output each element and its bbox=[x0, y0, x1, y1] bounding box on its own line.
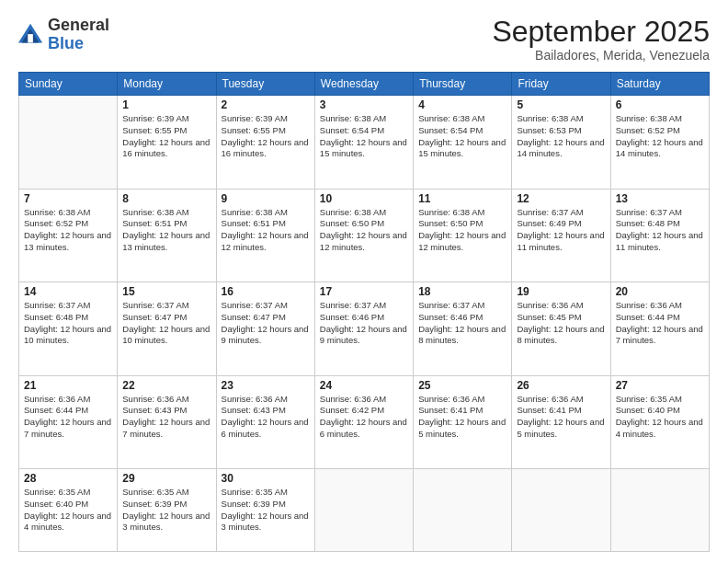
day-number: 27 bbox=[616, 379, 704, 392]
logo-general: General bbox=[48, 16, 109, 34]
calendar-cell bbox=[19, 96, 118, 190]
calendar-cell: 4Sunrise: 6:38 AMSunset: 6:54 PMDaylight… bbox=[414, 96, 512, 190]
month-title: September 2025 bbox=[492, 17, 710, 46]
day-info: Sunrise: 6:38 AMSunset: 6:54 PMDaylight:… bbox=[418, 113, 506, 160]
day-number: 1 bbox=[122, 98, 210, 111]
logo-text: General Blue bbox=[48, 17, 109, 53]
calendar-cell: 19Sunrise: 6:36 AMSunset: 6:45 PMDayligh… bbox=[512, 282, 610, 376]
calendar-cell: 10Sunrise: 6:38 AMSunset: 6:50 PMDayligh… bbox=[314, 189, 413, 282]
header: General Blue September 2025 Bailadores, … bbox=[18, 17, 710, 63]
day-info: Sunrise: 6:36 AMSunset: 6:45 PMDaylight:… bbox=[517, 300, 605, 347]
day-number: 20 bbox=[616, 285, 704, 298]
weekday-header-sunday: Sunday bbox=[19, 73, 118, 96]
calendar-cell: 22Sunrise: 6:36 AMSunset: 6:43 PMDayligh… bbox=[118, 375, 216, 469]
day-number: 12 bbox=[517, 192, 605, 205]
day-info: Sunrise: 6:35 AMSunset: 6:40 PMDaylight:… bbox=[616, 394, 704, 441]
calendar-cell: 24Sunrise: 6:36 AMSunset: 6:42 PMDayligh… bbox=[314, 375, 413, 469]
page: General Blue September 2025 Bailadores, … bbox=[0, 0, 728, 563]
day-number: 24 bbox=[320, 379, 408, 392]
day-info: Sunrise: 6:37 AMSunset: 6:46 PMDaylight:… bbox=[418, 300, 506, 347]
day-info: Sunrise: 6:36 AMSunset: 6:41 PMDaylight:… bbox=[418, 394, 506, 441]
day-number: 25 bbox=[418, 379, 506, 392]
calendar-cell: 29Sunrise: 6:35 AMSunset: 6:39 PMDayligh… bbox=[118, 469, 216, 552]
day-info: Sunrise: 6:37 AMSunset: 6:47 PMDaylight:… bbox=[122, 300, 210, 347]
weekday-header-thursday: Thursday bbox=[414, 73, 512, 96]
day-info: Sunrise: 6:36 AMSunset: 6:43 PMDaylight:… bbox=[222, 394, 310, 441]
calendar-cell: 2Sunrise: 6:39 AMSunset: 6:55 PMDaylight… bbox=[216, 96, 314, 190]
day-number: 21 bbox=[24, 379, 112, 392]
week-row-3: 14Sunrise: 6:37 AMSunset: 6:48 PMDayligh… bbox=[19, 282, 710, 376]
calendar-cell: 8Sunrise: 6:38 AMSunset: 6:51 PMDaylight… bbox=[118, 189, 216, 282]
calendar-cell: 18Sunrise: 6:37 AMSunset: 6:46 PMDayligh… bbox=[414, 282, 512, 376]
calendar-cell: 13Sunrise: 6:37 AMSunset: 6:48 PMDayligh… bbox=[610, 189, 709, 282]
day-number: 4 bbox=[418, 98, 506, 111]
calendar-cell: 14Sunrise: 6:37 AMSunset: 6:48 PMDayligh… bbox=[19, 282, 118, 376]
weekday-header-saturday: Saturday bbox=[610, 73, 709, 96]
calendar-cell bbox=[610, 469, 709, 552]
day-info: Sunrise: 6:38 AMSunset: 6:52 PMDaylight:… bbox=[616, 113, 704, 160]
calendar-cell: 16Sunrise: 6:37 AMSunset: 6:47 PMDayligh… bbox=[216, 282, 314, 376]
day-info: Sunrise: 6:36 AMSunset: 6:43 PMDaylight:… bbox=[122, 394, 210, 441]
day-info: Sunrise: 6:35 AMSunset: 6:40 PMDaylight:… bbox=[24, 487, 112, 534]
day-number: 6 bbox=[616, 98, 704, 111]
day-info: Sunrise: 6:38 AMSunset: 6:54 PMDaylight:… bbox=[320, 113, 408, 160]
calendar-cell: 11Sunrise: 6:38 AMSunset: 6:50 PMDayligh… bbox=[414, 189, 512, 282]
calendar-cell: 21Sunrise: 6:36 AMSunset: 6:44 PMDayligh… bbox=[19, 375, 118, 469]
day-number: 26 bbox=[517, 379, 605, 392]
weekday-header-row: SundayMondayTuesdayWednesdayThursdayFrid… bbox=[19, 73, 710, 96]
weekday-header-wednesday: Wednesday bbox=[314, 73, 413, 96]
day-number: 23 bbox=[222, 379, 310, 392]
day-info: Sunrise: 6:38 AMSunset: 6:52 PMDaylight:… bbox=[24, 207, 112, 254]
day-info: Sunrise: 6:35 AMSunset: 6:39 PMDaylight:… bbox=[122, 487, 210, 534]
day-number: 30 bbox=[222, 472, 310, 485]
location-subtitle: Bailadores, Merida, Venezuela bbox=[492, 48, 710, 63]
day-number: 22 bbox=[122, 379, 210, 392]
logo: General Blue bbox=[18, 17, 109, 53]
day-number: 19 bbox=[517, 285, 605, 298]
day-info: Sunrise: 6:36 AMSunset: 6:44 PMDaylight:… bbox=[616, 300, 704, 347]
day-number: 2 bbox=[222, 98, 310, 111]
day-info: Sunrise: 6:37 AMSunset: 6:49 PMDaylight:… bbox=[517, 207, 605, 254]
calendar-cell bbox=[314, 469, 413, 552]
day-number: 17 bbox=[320, 285, 408, 298]
title-section: September 2025 Bailadores, Merida, Venez… bbox=[492, 17, 710, 63]
svg-rect-2 bbox=[28, 34, 33, 42]
calendar-cell bbox=[512, 469, 610, 552]
calendar-cell: 30Sunrise: 6:35 AMSunset: 6:39 PMDayligh… bbox=[216, 469, 314, 552]
day-info: Sunrise: 6:35 AMSunset: 6:39 PMDaylight:… bbox=[222, 487, 310, 534]
calendar-cell: 12Sunrise: 6:37 AMSunset: 6:49 PMDayligh… bbox=[512, 189, 610, 282]
day-info: Sunrise: 6:37 AMSunset: 6:48 PMDaylight:… bbox=[24, 300, 112, 347]
calendar-cell: 9Sunrise: 6:38 AMSunset: 6:51 PMDaylight… bbox=[216, 189, 314, 282]
calendar-cell: 6Sunrise: 6:38 AMSunset: 6:52 PMDaylight… bbox=[610, 96, 709, 190]
day-info: Sunrise: 6:39 AMSunset: 6:55 PMDaylight:… bbox=[122, 113, 210, 160]
calendar-cell: 5Sunrise: 6:38 AMSunset: 6:53 PMDaylight… bbox=[512, 96, 610, 190]
day-number: 28 bbox=[24, 472, 112, 485]
logo-blue: Blue bbox=[48, 34, 84, 52]
day-number: 3 bbox=[320, 98, 408, 111]
day-info: Sunrise: 6:38 AMSunset: 6:53 PMDaylight:… bbox=[517, 113, 605, 160]
day-info: Sunrise: 6:37 AMSunset: 6:47 PMDaylight:… bbox=[222, 300, 310, 347]
calendar-cell: 27Sunrise: 6:35 AMSunset: 6:40 PMDayligh… bbox=[610, 375, 709, 469]
day-info: Sunrise: 6:37 AMSunset: 6:46 PMDaylight:… bbox=[320, 300, 408, 347]
calendar-cell: 26Sunrise: 6:36 AMSunset: 6:41 PMDayligh… bbox=[512, 375, 610, 469]
calendar-cell: 28Sunrise: 6:35 AMSunset: 6:40 PMDayligh… bbox=[19, 469, 118, 552]
weekday-header-tuesday: Tuesday bbox=[216, 73, 314, 96]
day-info: Sunrise: 6:36 AMSunset: 6:44 PMDaylight:… bbox=[24, 394, 112, 441]
logo-icon bbox=[18, 22, 44, 48]
day-number: 16 bbox=[222, 285, 310, 298]
day-info: Sunrise: 6:38 AMSunset: 6:51 PMDaylight:… bbox=[222, 207, 310, 254]
day-number: 18 bbox=[418, 285, 506, 298]
day-info: Sunrise: 6:39 AMSunset: 6:55 PMDaylight:… bbox=[222, 113, 310, 160]
day-number: 29 bbox=[122, 472, 210, 485]
day-info: Sunrise: 6:36 AMSunset: 6:41 PMDaylight:… bbox=[517, 394, 605, 441]
weekday-header-monday: Monday bbox=[118, 73, 216, 96]
calendar-table: SundayMondayTuesdayWednesdayThursdayFrid… bbox=[18, 72, 710, 552]
day-number: 10 bbox=[320, 192, 408, 205]
calendar-cell bbox=[414, 469, 512, 552]
week-row-5: 28Sunrise: 6:35 AMSunset: 6:40 PMDayligh… bbox=[19, 469, 710, 552]
calendar-cell: 7Sunrise: 6:38 AMSunset: 6:52 PMDaylight… bbox=[19, 189, 118, 282]
weekday-header-friday: Friday bbox=[512, 73, 610, 96]
week-row-1: 1Sunrise: 6:39 AMSunset: 6:55 PMDaylight… bbox=[19, 96, 710, 190]
week-row-2: 7Sunrise: 6:38 AMSunset: 6:52 PMDaylight… bbox=[19, 189, 710, 282]
calendar-cell: 3Sunrise: 6:38 AMSunset: 6:54 PMDaylight… bbox=[314, 96, 413, 190]
